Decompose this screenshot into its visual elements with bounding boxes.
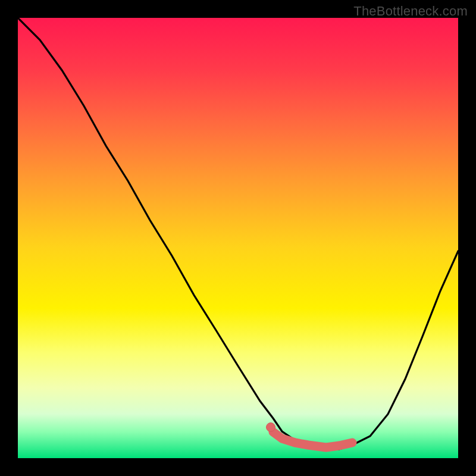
plot-area [18, 18, 458, 458]
bottleneck-curve-svg [18, 18, 458, 458]
bottleneck-curve [18, 18, 458, 449]
marker-point [267, 423, 275, 432]
watermark-text: TheBottleneck.com [353, 4, 468, 19]
chart-frame: TheBottleneck.com [0, 0, 476, 476]
